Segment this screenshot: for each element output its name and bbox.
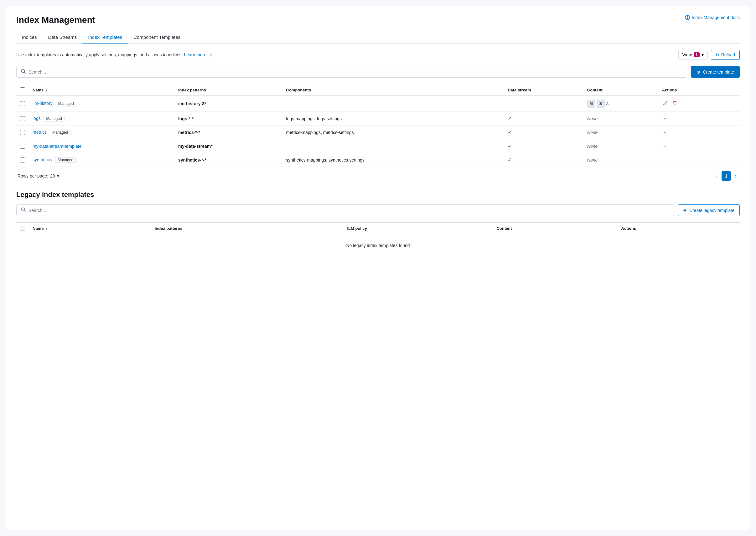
edit-icon[interactable] [662,100,669,108]
managed-badge: Managed [50,130,70,135]
cell-content: None [583,139,658,153]
more-actions-button[interactable]: ⋯ [662,157,668,162]
legacy-title: Legacy index templates [16,191,740,199]
checkmark-icon: ✓ [508,130,512,135]
svg-point-3 [21,70,25,73]
badge-a: A [606,101,609,106]
legacy-search-row: ⊕ Create legacy template [16,204,740,216]
create-legacy-template-button[interactable]: ⊕ Create legacy template [678,204,740,216]
cell-components: metrics-mappings, metrics-settings [283,125,504,139]
cell-name: my-data-stream-template [29,139,174,153]
row-checkbox[interactable] [20,144,25,149]
col-name: Name ↑ [29,84,174,96]
svg-line-6 [24,211,26,212]
tab-data-streams[interactable]: Data Streams [43,31,83,44]
cell-index-patterns: metrics-*-* [174,125,283,139]
pagination-nav: ‹ 1 › [714,171,739,181]
learn-more-link[interactable]: Learn more. ↗ [184,52,212,57]
search-box [16,66,687,78]
more-actions-button[interactable]: ⋯ [662,130,668,135]
cell-name: ilm-history Managed [29,96,174,112]
more-actions-button[interactable]: ⋯ [681,101,686,107]
next-page-button[interactable]: › [733,172,739,181]
sort-icon: ↑ [46,227,48,230]
cell-data-stream: ✓ [504,125,583,139]
template-link[interactable]: synthetics [33,157,52,162]
view-button[interactable]: View 1 ▾ [678,50,708,59]
cell-name: logs Managed [29,112,174,125]
badge-m: M [587,100,595,108]
legacy-table-header-row: Name ↑ Index patterns ILM policy Content… [16,222,740,234]
description-text: Use index templates to automatically app… [16,52,213,57]
page-title: Index Management [16,15,95,25]
col-actions: Actions [658,84,740,96]
cell-index-patterns: logs-*-* [174,112,283,125]
delete-icon[interactable] [671,100,678,108]
cell-components [283,96,504,112]
cell-index-patterns: my-data-stream* [174,139,283,153]
docs-link[interactable]: Index Management docs [685,15,740,20]
table-row: ilm-history Managed ilm-history-3* M S A [16,96,740,112]
legacy-col-index-patterns: Index patterns [151,222,344,234]
tab-indices[interactable]: Indices [16,31,43,44]
badge-s: S [597,100,605,108]
cell-index-patterns: ilm-history-3* [174,96,283,112]
tab-index-templates[interactable]: Index Templates [82,31,128,44]
table-header-row: Name ↑ Index patterns Components Data st… [16,84,740,96]
tabs-bar: Indices Data Streams Index Templates Com… [16,31,740,44]
template-link[interactable]: my-data-stream-template [33,144,82,149]
cell-data-stream: ✓ [504,139,583,153]
managed-badge: Managed [55,157,76,163]
svg-line-4 [24,72,26,74]
cell-name: metrics Managed [29,125,174,139]
legacy-select-all-checkbox [20,226,25,231]
content-badges: M S A [587,100,655,108]
sort-icon: ↑ [46,88,48,92]
legacy-search-box [16,204,674,216]
managed-badge: Managed [44,116,64,121]
svg-point-5 [21,208,25,211]
cell-data-stream [504,96,583,112]
prev-page-button[interactable]: ‹ [714,172,720,181]
more-actions-button[interactable]: ⋯ [662,116,668,121]
legacy-search-input[interactable] [28,208,669,213]
cell-data-stream: ✓ [504,153,583,167]
col-content: Content [583,84,658,96]
create-template-button[interactable]: ⊕ Create template [691,66,740,78]
row-checkbox[interactable] [20,101,25,106]
cell-actions: ⋯ [658,112,740,125]
view-controls: View 1 ▾ ↻ Reload [678,50,740,60]
row-checkbox[interactable] [20,130,25,135]
cell-content: None [583,125,658,139]
template-link[interactable]: logs [33,116,41,121]
rows-per-page[interactable]: Rows per page: 20 ▾ [17,174,59,179]
select-all-checkbox[interactable] [20,87,25,92]
view-badge: 1 [694,52,700,57]
page-header: Index Management Index Management docs [16,15,740,25]
index-templates-table: Name ↑ Index patterns Components Data st… [16,84,740,167]
chevron-down-icon: ▾ [702,52,704,57]
plus-circle-icon: ⊕ [697,70,700,75]
cell-data-stream: ✓ [504,112,583,125]
legacy-col-name: Name ↑ [29,222,151,234]
row-checkbox[interactable] [20,116,25,121]
cell-index-patterns: synthetics-*-* [174,153,283,167]
table-row: my-data-stream-template my-data-stream* … [16,139,740,153]
table-row: metrics Managed metrics-*-* metrics-mapp… [16,125,740,139]
cell-content: None [583,112,658,125]
tab-component-templates[interactable]: Component Templates [128,31,186,44]
legacy-col-content: Content [493,222,617,234]
legacy-col-ilm-policy: ILM policy [343,222,493,234]
checkmark-icon: ✓ [508,143,512,149]
col-index-patterns: Index patterns [174,84,283,96]
checkmark-icon: ✓ [508,157,512,162]
template-link[interactable]: ilm-history [33,101,52,106]
row-checkbox[interactable] [20,157,25,162]
template-link[interactable]: metrics [33,130,47,135]
cell-actions: ⋯ [658,96,740,112]
more-actions-button[interactable]: ⋯ [662,143,668,149]
search-input[interactable] [28,70,682,75]
reload-button[interactable]: ↻ Reload [711,50,740,60]
cell-name: synthetics Managed [29,153,174,167]
book-icon [685,15,690,20]
